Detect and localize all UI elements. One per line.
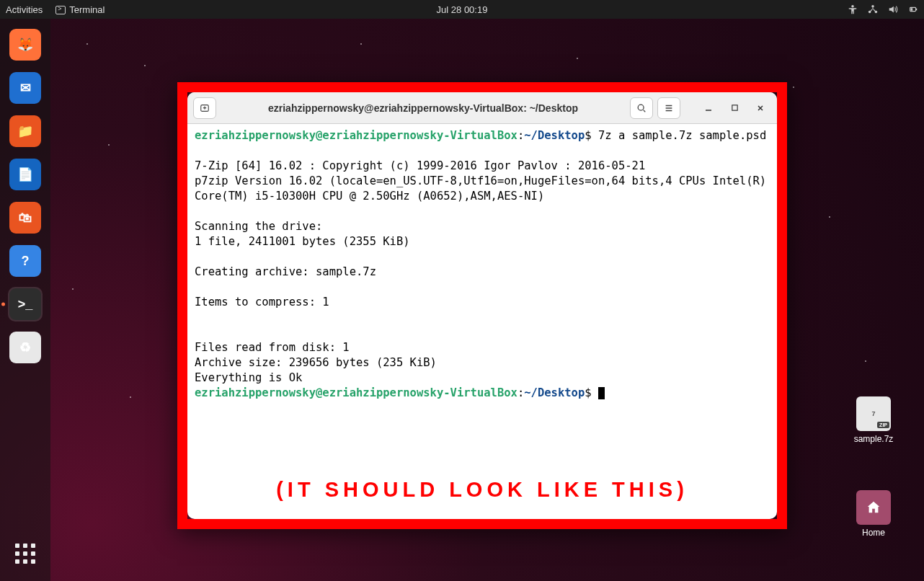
- maximize-button[interactable]: [724, 97, 745, 119]
- dock-icon-help[interactable]: ?: [8, 244, 43, 278]
- annotation-caption: (IT SHOULD LOOK LIKE THIS): [187, 478, 777, 502]
- command-line-1: 7z a sample.7z sample.psd: [598, 129, 766, 142]
- desktop-icon-home[interactable]: Home: [845, 490, 902, 538]
- dock-icon-terminal[interactable]: >_: [8, 287, 43, 321]
- top-bar: Activities Terminal Jul 28 00:19: [0, 0, 924, 19]
- accessibility-icon[interactable]: [848, 4, 858, 14]
- terminal-window: ezriahzippernowsky@ezriahzippernowsky-Vi…: [187, 92, 777, 519]
- terminal-icon: [55, 6, 66, 14]
- new-tab-icon: [200, 103, 210, 113]
- prompt-user-host: ezriahzippernowsky@ezriahzippernowsky-Vi…: [195, 386, 517, 399]
- desktop-icon-sample-7z[interactable]: 7ZIP sample.7z: [845, 396, 902, 444]
- window-title: ezriahzippernowsky@ezriahzippernowsky-Vi…: [221, 102, 626, 114]
- menu-button[interactable]: [657, 97, 680, 119]
- prompt-path: ~/Desktop: [524, 129, 585, 142]
- hamburger-icon: [664, 103, 674, 113]
- dock-icon-writer[interactable]: 📄: [8, 157, 43, 192]
- terminal-output: 7-Zip [64] 16.02 : Copyright (c) 1999-20…: [195, 159, 773, 384]
- svg-rect-6: [911, 8, 913, 11]
- power-icon[interactable]: [908, 4, 918, 14]
- minimize-icon: [704, 104, 713, 112]
- network-icon[interactable]: [868, 4, 878, 14]
- cursor: [598, 387, 605, 399]
- home-folder-icon: [856, 490, 891, 525]
- volume-icon[interactable]: [888, 4, 898, 14]
- desktop-icon-label: Home: [862, 528, 885, 538]
- terminal-titlebar[interactable]: ezriahzippernowsky@ezriahzippernowsky-Vi…: [187, 92, 777, 124]
- dock-icon-files[interactable]: 📁: [8, 114, 43, 148]
- svg-rect-9: [732, 105, 737, 110]
- archive-icon: 7ZIP: [856, 396, 891, 431]
- app-indicator[interactable]: Terminal: [55, 4, 105, 15]
- close-icon: [756, 104, 765, 112]
- minimize-button[interactable]: [698, 97, 719, 119]
- terminal-body[interactable]: ezriahzippernowsky@ezriahzippernowsky-Vi…: [187, 124, 777, 519]
- dock-icon-firefox[interactable]: 🦊: [8, 27, 43, 62]
- clock[interactable]: Jul 28 00:19: [437, 4, 488, 15]
- maximize-icon: [731, 104, 739, 112]
- activities-button[interactable]: Activities: [6, 4, 43, 15]
- close-button[interactable]: [750, 97, 771, 119]
- search-icon: [636, 103, 647, 113]
- dock-icon-thunderbird[interactable]: ✉: [8, 71, 43, 105]
- search-button[interactable]: [630, 97, 653, 119]
- svg-point-8: [638, 105, 644, 110]
- prompt-user-host: ezriahzippernowsky@ezriahzippernowsky-Vi…: [195, 129, 517, 142]
- dock-icon-trash[interactable]: ♻: [8, 330, 43, 365]
- show-applications-button[interactable]: [8, 536, 43, 571]
- desktop-icon-label: sample.7z: [854, 434, 894, 444]
- svg-rect-5: [916, 9, 917, 11]
- svg-point-0: [851, 5, 854, 8]
- annotation-frame: ezriahzippernowsky@ezriahzippernowsky-Vi…: [177, 82, 787, 529]
- dock-icon-software[interactable]: 🛍: [8, 200, 43, 235]
- dock: 🦊✉📁📄🛍?>_♻: [0, 19, 50, 581]
- prompt-path: ~/Desktop: [524, 386, 585, 399]
- svg-point-1: [871, 5, 874, 8]
- new-tab-button[interactable]: [193, 97, 216, 119]
